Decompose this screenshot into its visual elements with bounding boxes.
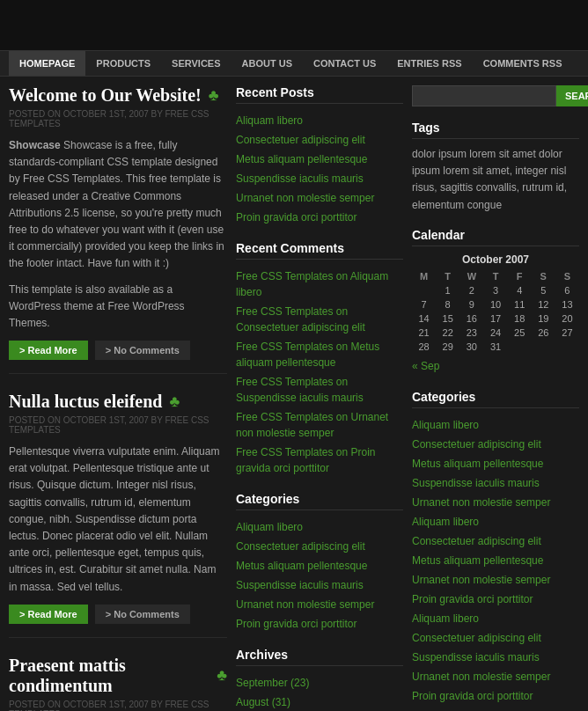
right-category-link[interactable]: Aliquam libero (412, 609, 579, 628)
calendar-section: Calendar October 2007 MTWTFSS 1234567891… (412, 228, 579, 376)
recent-post-link[interactable]: Metus aliquam pellentesque (236, 150, 403, 169)
cal-cell: 26 (532, 326, 555, 340)
post-title-0: Welcome to Our Website! ♣ (9, 85, 227, 106)
right-categories-section: Categories Aliquam liberoConsectetuer ad… (412, 390, 579, 706)
cal-cell: 16 (459, 312, 483, 326)
main-content: Welcome to Our Website! ♣ POSTED ON OCTO… (9, 85, 227, 711)
leaf-icon-2: ♣ (217, 666, 227, 685)
right-category-link[interactable]: Aliquam libero (412, 512, 579, 531)
tags-title: Tags (412, 121, 579, 139)
cal-day-header: S (532, 269, 555, 283)
recent-post-link[interactable]: Urnanet non molestie semper (236, 188, 403, 208)
cal-day-header: W (459, 269, 483, 283)
calendar-title: Calendar (412, 228, 579, 246)
recent-post-link[interactable]: Consectetuer adipiscing elit (236, 130, 403, 150)
mid-category-link[interactable]: Metus aliquam pellentesque (236, 556, 403, 575)
cal-cell: 19 (532, 312, 555, 326)
cal-day-header: T (484, 269, 508, 283)
recent-comment-link[interactable]: Free CSS Templates on Urnanet non molest… (236, 407, 403, 443)
no-comments-button-0[interactable]: > No Comments (95, 341, 190, 360)
recent-post-link[interactable]: Suspendisse iaculis mauris (236, 169, 403, 188)
nav-item-contact-us[interactable]: CONTACT US (303, 51, 386, 76)
calendar-nav: « Sep (412, 356, 579, 376)
cal-cell (532, 340, 555, 354)
no-comments-button-1[interactable]: > No Comments (95, 605, 190, 624)
right-category-link[interactable]: Consectetuer adipiscing elit (412, 435, 579, 454)
nav-item-homepage[interactable]: HOMEPAGE (9, 51, 85, 76)
search-wrapper: SEARCH (412, 85, 579, 106)
right-category-link[interactable]: Consectetuer adipiscing elit (412, 628, 579, 648)
cal-cell: 11 (508, 297, 532, 312)
right-category-link[interactable]: Urnanet non molestie semper (412, 667, 579, 686)
cal-cell: 10 (484, 297, 508, 312)
cal-prev[interactable]: « Sep (412, 356, 439, 376)
post-0: Welcome to Our Website! ♣ POSTED ON OCTO… (9, 85, 227, 374)
cal-day-header: T (436, 269, 459, 283)
cal-cell: 4 (508, 283, 532, 297)
mid-category-link[interactable]: Urnanet non molestie semper (236, 595, 403, 614)
recent-post-link[interactable]: Proin gravida orci porttitor (236, 208, 403, 227)
nav-item-services[interactable]: SERVICES (161, 51, 231, 76)
nav-item-entries-rss[interactable]: ENTRIES RSS (386, 51, 472, 76)
mid-category-link[interactable]: Proin gravida orci porttitor (236, 614, 403, 634)
leaf-icon-0: ♣ (209, 86, 219, 105)
recent-comment-link[interactable]: Free CSS Templates on Consectetuer adipi… (236, 302, 403, 337)
nav-item-about-us[interactable]: ABOUT US (232, 51, 303, 76)
right-category-link[interactable]: Aliquam libero (412, 415, 579, 435)
cal-cell: 22 (436, 326, 459, 340)
recent-comments-section: Recent Comments Free CSS Templates on Al… (236, 241, 403, 478)
right-sidebar: SEARCH Tags dolor ipsum lorem sit amet d… (412, 85, 579, 711)
post-body-0-2: This template is also available as a Wor… (9, 282, 227, 333)
cal-cell: 1 (436, 283, 459, 297)
cal-cell: 13 (555, 297, 579, 312)
archive-link[interactable]: September (23) (236, 673, 403, 693)
search-button[interactable]: SEARCH (556, 85, 588, 106)
post-footer-1: > Read More > No Comments (9, 605, 227, 624)
tags-text: dolor ipsum lorem sit amet dolor ipsum l… (412, 146, 579, 214)
post-meta-2: POSTED ON OCTOBER 1ST, 2007 BY FREE CSS … (9, 700, 227, 711)
search-input[interactable] (412, 85, 556, 106)
cal-cell: 31 (484, 340, 508, 354)
recent-comment-link[interactable]: Free CSS Templates on Suspendisse iaculi… (236, 372, 403, 407)
leaf-icon-1: ♣ (169, 392, 180, 411)
cal-day-header: S (555, 269, 579, 283)
mid-category-link[interactable]: Suspendisse iaculis mauris (236, 575, 403, 595)
right-categories-title: Categories (412, 390, 579, 408)
right-category-link[interactable]: Suspendisse iaculis mauris (412, 648, 579, 667)
middle-sidebar: Recent Posts Aliquam liberoConsectetuer … (236, 85, 403, 711)
archive-link[interactable]: August (31) (236, 693, 403, 711)
recent-post-link[interactable]: Aliquam libero (236, 111, 403, 130)
right-category-link[interactable]: Metus aliquam pellentesque (412, 454, 579, 473)
cal-cell: 14 (412, 312, 436, 326)
post-1: Nulla luctus eleifend ♣ POSTED ON OCTOBE… (9, 392, 227, 638)
cal-cell: 2 (459, 283, 483, 297)
recent-comment-link[interactable]: Free CSS Templates on Metus aliquam pell… (236, 337, 403, 372)
nav-item-products[interactable]: PRODUCTS (85, 51, 161, 76)
content-wrapper: Welcome to Our Website! ♣ POSTED ON OCTO… (0, 77, 588, 711)
mid-category-link[interactable]: Aliquam libero (236, 517, 403, 537)
nav-item-comments-rss[interactable]: COMMENTS RSS (473, 51, 573, 76)
read-more-button-1[interactable]: > Read More (9, 605, 88, 624)
site-header (0, 0, 588, 50)
mid-category-link[interactable]: Consectetuer adipiscing elit (236, 537, 403, 556)
right-category-link[interactable]: Metus aliquam pellentesque (412, 551, 579, 570)
recent-comment-link[interactable]: Free CSS Templates on Proin gravida orci… (236, 443, 403, 478)
right-category-link[interactable]: Urnanet non molestie semper (412, 493, 579, 512)
right-category-link[interactable]: Urnanet non molestie semper (412, 570, 579, 590)
post-title-2: Praesent mattis condimentum ♣ (9, 656, 227, 696)
cal-cell: 3 (484, 283, 508, 297)
cal-cell: 18 (508, 312, 532, 326)
mid-categories-section: Categories Aliquam liberoConsectetuer ad… (236, 492, 403, 634)
right-category-link[interactable]: Consectetuer adipiscing elit (412, 531, 579, 551)
cal-cell: 7 (412, 297, 436, 312)
cal-cell: 20 (555, 312, 579, 326)
cal-cell: 29 (436, 340, 459, 354)
recent-comment-link[interactable]: Free CSS Templates on Aliquam libero (236, 267, 403, 302)
cal-cell: 27 (555, 326, 579, 340)
read-more-button-0[interactable]: > Read More (9, 341, 88, 360)
right-category-link[interactable]: Proin gravida orci porttitor (412, 590, 579, 609)
calendar-table: MTWTFSS 12345678910111213141516171819202… (412, 269, 579, 354)
right-category-link[interactable]: Proin gravida orci porttitor (412, 686, 579, 706)
right-category-link[interactable]: Suspendisse iaculis mauris (412, 473, 579, 493)
cal-cell: 8 (436, 297, 459, 312)
